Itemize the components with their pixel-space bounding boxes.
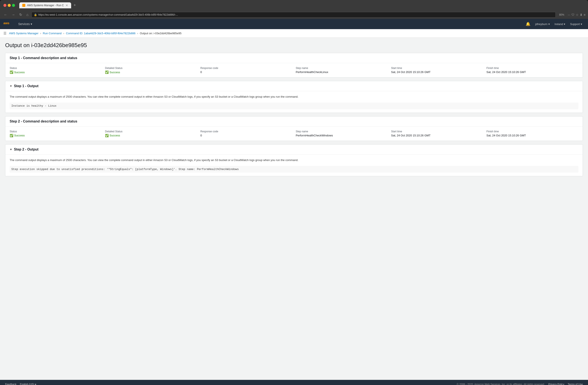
step1-detailed-status-label: Detailed Status xyxy=(105,67,197,70)
step2-output-code: Step execution skipped due to unsatisfie… xyxy=(10,166,578,173)
step1-output-description: The command output displays a maximum of… xyxy=(10,95,578,99)
step2-status-label: Status xyxy=(10,130,102,133)
breadcrumb-run-command[interactable]: Run Command xyxy=(43,32,62,35)
minimize-traffic-light[interactable] xyxy=(8,4,11,7)
services-label: Services xyxy=(18,22,30,26)
step1-output-chevron-icon: ▼ xyxy=(10,84,12,88)
tab-close-button[interactable]: ✕ xyxy=(65,4,68,7)
step1-status-card: Step 1 - Command description and status … xyxy=(5,53,583,78)
extensions-icon[interactable]: ··· xyxy=(568,13,570,17)
step1-output-header[interactable]: ▼ Step 1 - Output xyxy=(5,81,583,91)
download-icon[interactable]: ⬇ xyxy=(580,13,582,17)
step2-detailed-status-label: Detailed Status xyxy=(105,130,197,133)
step1-status-body: Status ✅ Success Detailed Status ✅ Succe… xyxy=(5,63,583,77)
step2-check-icon: ✅ xyxy=(10,134,13,137)
back-button[interactable]: ← xyxy=(2,12,9,18)
services-menu[interactable]: Services ▾ xyxy=(15,19,35,29)
step1-response-code-label: Response code xyxy=(200,67,292,70)
step1-status-header: Step 1 - Command description and status xyxy=(5,53,583,63)
page-title: Output on i-03e2dd426be985e95 xyxy=(5,42,583,49)
step1-step-name-value: PerformHealthCheckLinux xyxy=(296,70,388,74)
step2-step-name-label: Step name xyxy=(296,130,388,133)
address-bar[interactable]: 🔒 https://eu-west-1.console.aws.amazon.c… xyxy=(32,12,556,18)
services-chevron-icon: ▾ xyxy=(31,22,32,26)
support-menu[interactable]: Support ▾ xyxy=(568,19,585,29)
breadcrumb-sep-2: › xyxy=(63,32,64,35)
header-right: 🔔 jdheyburn ▾ Ireland ▾ Support ▾ xyxy=(523,19,585,29)
star-icon[interactable]: ☆ xyxy=(576,13,579,17)
step2-output-card: ▼ Step 2 - Output The command output dis… xyxy=(5,144,583,176)
step1-output-heading: Step 1 - Output xyxy=(14,84,39,88)
step2-detailed-status-field: Detailed Status ✅ Success xyxy=(105,130,197,137)
language-label: English (US) xyxy=(20,383,34,385)
svg-text:aws: aws xyxy=(3,21,9,25)
step1-output-body: The command output displays a maximum of… xyxy=(5,91,583,113)
language-selector[interactable]: English (US) ▾ xyxy=(20,383,36,385)
footer-right: © 2008 - 2020, Amazon Web Services, Inc.… xyxy=(457,383,583,385)
step2-output-header[interactable]: ▼ Step 2 - Output xyxy=(5,144,583,155)
terms-of-use-link[interactable]: Terms of Use xyxy=(568,383,583,385)
step2-response-code-label: Response code xyxy=(200,130,292,133)
more-icon[interactable]: ≡ xyxy=(584,13,586,17)
shield-icon[interactable]: 🛡 xyxy=(571,13,574,17)
step2-status-card: Step 2 - Command description and status … xyxy=(5,116,583,141)
home-button[interactable]: ⌂ xyxy=(25,12,30,18)
tab-title: AWS Systems Manager - Run C xyxy=(27,4,64,7)
step2-output-body: The command output displays a maximum of… xyxy=(5,155,583,176)
step2-status-header: Step 2 - Command description and status xyxy=(5,117,583,126)
username: jdheyburn xyxy=(535,22,547,26)
toolbar-icons: ··· 🛡 ☆ ⬇ ≡ xyxy=(568,13,586,17)
close-traffic-light[interactable] xyxy=(3,4,6,7)
notifications-icon[interactable]: 🔔 xyxy=(523,22,533,26)
step1-start-time-label: Start time xyxy=(391,67,483,70)
step1-step-name-field: Step name PerformHealthCheckLinux xyxy=(296,67,388,74)
breadcrumb-systems-manager[interactable]: AWS Systems Manager xyxy=(9,32,39,35)
step2-step-name-value: PerformHealthCheckWindows xyxy=(296,134,388,137)
security-icon: 🔒 xyxy=(34,13,37,16)
new-tab-button[interactable]: + xyxy=(72,2,78,8)
reload-button[interactable]: ↻ xyxy=(18,12,23,18)
breadcrumb-command-id[interactable]: Command ID: 1aba4d29-3dc5-406d-b95f-f64e… xyxy=(66,32,136,35)
sidebar-toggle-icon[interactable]: ☰ xyxy=(3,31,6,35)
step2-status-field: Status ✅ Success xyxy=(10,130,102,137)
step2-response-code-field: Response code 0 xyxy=(200,130,292,137)
step2-start-time-value: Sat, 24 Oct 2020 15:10:26 GMT xyxy=(391,134,483,137)
user-menu[interactable]: jdheyburn ▾ xyxy=(533,19,552,29)
step2-detailed-status-value: ✅ Success xyxy=(105,134,197,137)
step1-status-field: Status ✅ Success xyxy=(10,67,102,74)
privacy-policy-link[interactable]: Privacy Policy xyxy=(548,383,565,385)
step2-start-time-label: Start time xyxy=(391,130,483,133)
step1-finish-time-label: Finish time xyxy=(486,67,578,70)
aws-logo[interactable]: aws xyxy=(3,21,12,27)
step1-start-time-field: Start time Sat, 24 Oct 2020 15:10:26 GMT xyxy=(391,67,483,74)
region-chevron-icon: ▾ xyxy=(564,22,565,26)
step1-status-value: ✅ Success xyxy=(10,70,102,74)
aws-header: aws Services ▾ 🔔 jdheyburn ▾ Ireland ▾ S… xyxy=(0,19,588,29)
step2-output-description: The command output displays a maximum of… xyxy=(10,158,578,162)
step1-finish-time-value: Sat, 24 Oct 2020 15:10:26 GMT xyxy=(486,70,578,74)
active-tab[interactable]: AWS Systems Manager - Run C ✕ xyxy=(19,2,71,8)
step2-finish-time-field: Finish time Sat, 24 Oct 2020 15:10:26 GM… xyxy=(486,130,578,137)
forward-button[interactable]: → xyxy=(10,12,16,18)
step1-status-label: Status xyxy=(10,67,102,70)
language-chevron-icon: ▾ xyxy=(35,383,36,385)
step2-finish-time-value: Sat, 24 Oct 2020 15:10:26 GMT xyxy=(486,134,578,137)
step1-status-grid: Status ✅ Success Detailed Status ✅ Succe… xyxy=(10,67,578,74)
step2-status-text: Success xyxy=(14,134,25,137)
aws-tab-icon xyxy=(22,4,25,7)
step2-status-value: ✅ Success xyxy=(10,134,102,137)
step1-start-time-value: Sat, 24 Oct 2020 15:10:26 GMT xyxy=(391,70,483,74)
traffic-lights xyxy=(3,4,15,7)
step2-start-time-field: Start time Sat, 24 Oct 2020 15:10:26 GMT xyxy=(391,130,483,137)
fullscreen-traffic-light[interactable] xyxy=(12,4,15,7)
step2-step-name-field: Step name PerformHealthCheckWindows xyxy=(296,130,388,137)
footer: Feedback English (US) ▾ © 2008 - 2020, A… xyxy=(0,380,588,385)
step1-response-code-value: 0 xyxy=(200,70,292,74)
step1-step-name-label: Step name xyxy=(296,67,388,70)
step1-output-code: Instance is healthy - Linux xyxy=(10,102,578,109)
step2-detailed-status-text: Success xyxy=(109,134,120,137)
breadcrumb-bar: ☰ AWS Systems Manager › Run Command › Co… xyxy=(0,29,588,38)
region-menu[interactable]: Ireland ▾ xyxy=(552,19,568,29)
breadcrumb-sep-3: › xyxy=(137,32,138,35)
feedback-link[interactable]: Feedback xyxy=(5,383,17,385)
